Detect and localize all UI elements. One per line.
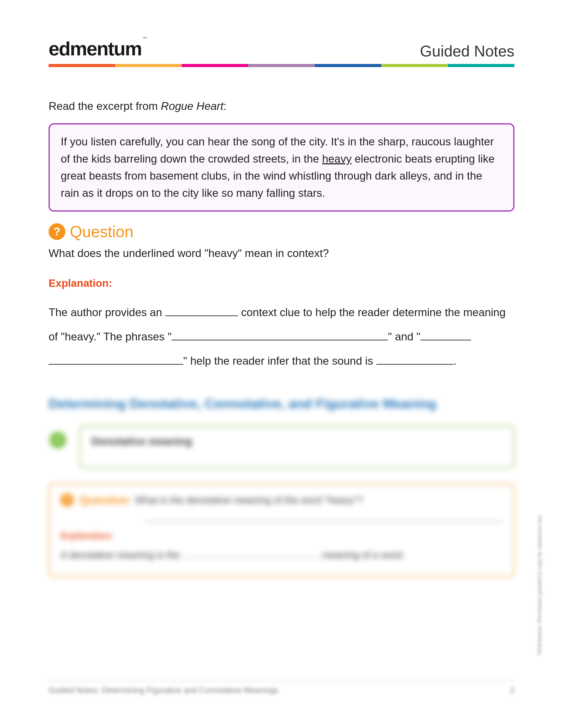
- intro-book-title: Rogue Heart: [161, 100, 224, 112]
- excerpt-underlined-word: heavy: [322, 153, 352, 165]
- answer-line[interactable]: [144, 513, 503, 522]
- footer-page-number: 2: [510, 686, 514, 695]
- section-title: Determining Denotative, Connotative, and…: [49, 395, 514, 412]
- copyright-vertical: ©Edmentum. Permission granted to copy fo…: [537, 514, 543, 655]
- definition-title: Denotative meaning: [91, 435, 503, 447]
- blank-small[interactable]: [182, 550, 320, 558]
- fill2-a: A denotative meaning is the: [60, 550, 182, 560]
- question-label: Question: [70, 223, 133, 241]
- logo: edmentum™: [49, 38, 145, 60]
- intro-suffix: :: [223, 100, 226, 112]
- question-header: ? Question: [49, 223, 514, 241]
- blank-4[interactable]: [49, 354, 183, 365]
- definition-box: ! Denotative meaning: [79, 426, 514, 468]
- question-text: What does the underlined word "heavy" me…: [49, 245, 514, 262]
- expl-seg3: " and ": [388, 330, 420, 343]
- question-text-small: What is the denotative meaning of the wo…: [135, 493, 503, 506]
- trademark-symbol: ™: [142, 36, 146, 41]
- page-footer: Guided Notes: Determining Figurative and…: [49, 681, 514, 695]
- question-icon: ?: [49, 223, 65, 240]
- blank-3[interactable]: [420, 329, 471, 340]
- explanation-fill-small: A denotative meaning is the meaning of a…: [60, 550, 503, 561]
- fill2-b: meaning of a word.: [320, 550, 405, 560]
- expl-seg4: " help the reader infer that the sound i…: [183, 355, 376, 367]
- blurred-preview-region: Determining Denotative, Connotative, and…: [49, 395, 514, 577]
- explanation-fill-paragraph: The author provides an context clue to h…: [49, 300, 514, 373]
- blank-2[interactable]: [171, 329, 388, 340]
- question-label-small: Question: [79, 493, 129, 507]
- blank-1[interactable]: [165, 305, 238, 316]
- footer-left: Guided Notes: Determining Figurative and…: [49, 686, 278, 695]
- intro-text: Read the excerpt from Rogue Heart:: [49, 98, 514, 114]
- logo-text: edmentum: [49, 38, 141, 60]
- expl-seg5: .: [454, 355, 457, 367]
- question-icon-small: ?: [60, 493, 74, 507]
- excerpt-box: If you listen carefully, you can hear th…: [49, 123, 514, 212]
- question-box-orange: ? Question What is the denotative meanin…: [49, 484, 514, 577]
- explanation-label-small: Explanation:: [60, 531, 503, 541]
- page-title: Guided Notes: [420, 42, 514, 60]
- definition-icon: !: [49, 432, 66, 448]
- expl-seg1: The author provides an: [49, 306, 165, 319]
- blank-5[interactable]: [376, 354, 454, 365]
- brand-color-bar: [49, 64, 514, 67]
- explanation-label: Explanation:: [49, 277, 514, 289]
- intro-prefix: Read the excerpt from: [49, 100, 161, 112]
- page-header: edmentum™ Guided Notes: [49, 38, 514, 64]
